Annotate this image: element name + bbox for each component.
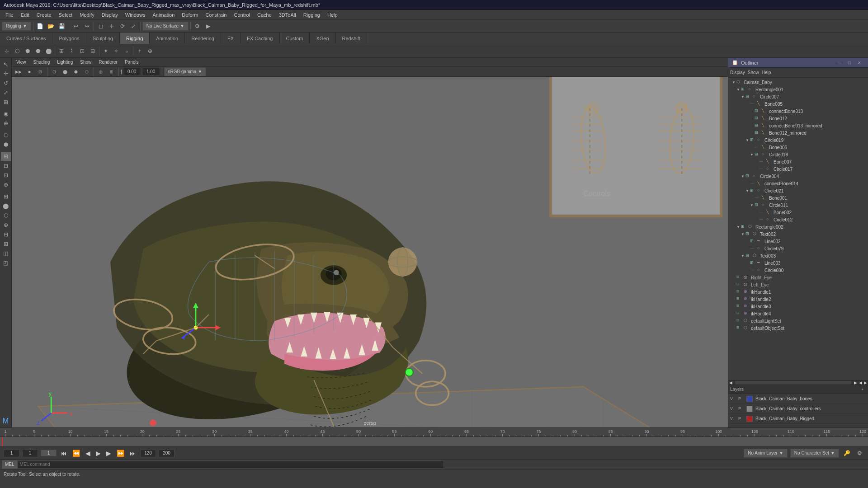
gamma-dropdown[interactable]: sRGB gamma ▼ — [164, 67, 207, 76]
vp-menu-lighting[interactable]: Lighting — [54, 59, 75, 65]
outliner-show-menu[interactable]: Show — [748, 70, 759, 75]
tree-item-circle004[interactable]: ▼ ⊞ ○ Circle004 — [728, 173, 868, 180]
menu-control[interactable]: Control — [230, 11, 253, 19]
menu-help[interactable]: Help — [324, 11, 341, 19]
layer-rigged-name[interactable]: Black_Caiman_Baby_Rigged — [755, 416, 814, 421]
plus-btn[interactable]: + — [135, 47, 145, 56]
tab-xgen[interactable]: XGen — [310, 33, 335, 44]
render-settings-btn[interactable]: ⚙ — [193, 22, 203, 31]
menu-file[interactable]: File — [2, 11, 17, 19]
frame-range-end[interactable] — [159, 449, 175, 457]
tab-rigging[interactable]: Rigging — [120, 33, 150, 44]
vp-wireframe2[interactable]: ⬡ — [82, 67, 92, 76]
workspace-dropdown[interactable]: Rigging ▼ — [2, 22, 31, 31]
cluster-left[interactable]: ⊞ — [1, 192, 11, 201]
tab-sculpting[interactable]: Sculpting — [86, 33, 120, 44]
tree-item-right-eye[interactable]: ⊟ ◎ Right_Eye — [728, 274, 868, 281]
tree-item-bone012[interactable]: ⊞ ╲ Bone012 — [728, 115, 868, 122]
scroll-extra2[interactable]: ▶ — [863, 380, 868, 385]
tree-item-circle021[interactable]: ▼ ⊞ ○ Circle021 — [728, 187, 868, 194]
tab-animation[interactable]: Animation — [150, 33, 185, 44]
live-surface-dropdown[interactable]: No Live Surface ▼ — [142, 22, 189, 31]
tree-item-circle012[interactable]: — ○ Circle012 — [728, 216, 868, 223]
rotate-tool[interactable]: ↺ — [1, 79, 11, 88]
outliner-hscroll-bar[interactable]: ◀ ▶ ◀ ▶ — [728, 380, 868, 385]
show-manip[interactable]: ⊕ — [1, 119, 11, 128]
snap-point-left[interactable]: ⊡ — [1, 171, 11, 180]
snap-curve-btn[interactable]: ⌇ — [67, 47, 77, 56]
snap-point-btn[interactable]: ⊡ — [77, 47, 87, 56]
symmetry-btn[interactable]: ⬤ — [43, 47, 53, 56]
tree-item-circle007[interactable]: ▼ ⊞ ○ Circle007 — [728, 93, 868, 100]
vp-grid[interactable]: ⊞ — [107, 67, 117, 76]
menu-modify[interactable]: Modify — [76, 11, 98, 19]
vp-textured[interactable]: ⬢ — [71, 67, 81, 76]
tree-item-ikhandle3[interactable]: ⊟ ⊕ ikHandle3 — [728, 303, 868, 310]
play-btn[interactable]: ▶ — [94, 450, 102, 457]
jump-start-btn[interactable]: ⏮ — [59, 450, 68, 457]
paint-select[interactable]: ⬢ — [1, 140, 11, 149]
paint-btn[interactable]: ⬢ — [23, 47, 33, 56]
menu-rigging[interactable]: Rigging — [300, 11, 324, 19]
frame-current-input[interactable] — [22, 449, 38, 457]
scale-btn[interactable]: ⤢ — [128, 22, 138, 31]
outliner-display-menu[interactable]: Display — [730, 70, 745, 75]
snap-grid-btn[interactable]: ⊞ — [57, 47, 66, 56]
tree-item-circle019[interactable]: ▼ ⊞ ○ Circle019 — [728, 136, 868, 144]
vp-icon2[interactable]: ■ — [24, 67, 34, 76]
layer-bones-name[interactable]: Black_Caiman_Baby_bones — [755, 396, 812, 401]
tab-curves-surfaces[interactable]: Curves / Surfaces — [0, 33, 52, 44]
outliner-hscroll-thumb[interactable] — [735, 381, 851, 385]
soft-select-btn[interactable]: ⬣ — [33, 47, 43, 56]
vp-menu-show[interactable]: Show — [77, 59, 94, 65]
jump-end-btn[interactable]: ⏭ — [128, 450, 137, 457]
scroll-right-btn[interactable]: ▶ — [853, 380, 858, 385]
render-btn[interactable]: ▶ — [203, 22, 213, 31]
move-btn[interactable]: ✛ — [107, 22, 117, 31]
control-btn[interactable]: ⬦ — [122, 47, 132, 56]
soft-mod[interactable]: ◉ — [1, 109, 11, 118]
menu-animation[interactable]: Animation — [149, 11, 178, 19]
vp-menu-view[interactable]: View — [14, 59, 29, 65]
vp-shaded[interactable]: ⬤ — [60, 67, 70, 76]
snap-grid-left[interactable]: ⊞ — [1, 152, 11, 161]
outliner-tree[interactable]: ▼ ⬡ Caiman_Baby ▼ ⊞ ○ Rectangle001 ▼ ⊞ ○… — [728, 78, 868, 380]
tab-fx-caching[interactable]: FX Caching — [241, 33, 279, 44]
next-frame-btn[interactable]: ▶ — [105, 450, 113, 457]
tree-item-ikhandle1[interactable]: ⊟ ⊕ ikHandle1 — [728, 288, 868, 296]
vp-num1[interactable] — [123, 68, 141, 76]
sculpt-left[interactable]: ⬤ — [1, 202, 11, 211]
vp-menu-shading[interactable]: Shading — [31, 59, 53, 65]
layer-ctrl-p[interactable]: P — [738, 406, 744, 412]
tree-item-bone007[interactable]: — ╲ Bone007 — [728, 158, 868, 165]
menu-3dtoall[interactable]: 3DToAll — [275, 11, 300, 19]
tree-item-line002[interactable]: ⊞ ━ Line002 — [728, 238, 868, 245]
outliner-minimize[interactable]: — — [835, 58, 844, 67]
vp-menu-renderer[interactable]: Renderer — [96, 59, 120, 65]
tree-item-left-eye[interactable]: ⊟ ◎ Left_Eye — [728, 281, 868, 288]
layer-ctrl-v[interactable]: V — [730, 406, 736, 412]
character-set-dropdown[interactable]: No Character Set ▼ — [790, 449, 839, 458]
extra5-left[interactable]: ◰ — [1, 258, 11, 267]
tree-item-ikhandle4[interactable]: ⊟ ⊕ ikHandle4 — [728, 310, 868, 317]
vp-num2[interactable] — [142, 68, 160, 76]
move-tool[interactable]: ✛ — [1, 69, 11, 78]
timeline-settings[interactable]: ⚙ — [854, 449, 864, 458]
deform-left[interactable]: ⬡ — [1, 211, 11, 220]
scene-area[interactable]: Controls x y z persp — [12, 77, 728, 427]
rotate-btn[interactable]: ⟳ — [118, 22, 127, 31]
snap-surface-left[interactable]: ⊕ — [1, 180, 11, 189]
tree-item-cb013-mirrored[interactable]: ⊞ ╲ connectBone013_mirrored — [728, 122, 868, 129]
vp-isolate[interactable]: ◎ — [96, 67, 106, 76]
select-btn[interactable]: ◻ — [96, 22, 106, 31]
tree-item-line003[interactable]: ⊞ ━ Line003 — [728, 259, 868, 267]
lasso-btn[interactable]: ⬡ — [12, 47, 22, 56]
mel-input[interactable] — [18, 460, 444, 469]
tree-item-rectangle001[interactable]: ▼ ⊞ ○ Rectangle001 — [728, 86, 868, 93]
tree-item-defaultobjectset[interactable]: ⊟ ⬡ defaultObjectSet — [728, 324, 868, 332]
tree-item-bone006[interactable]: — ╲ Bone006 — [728, 144, 868, 151]
tab-polygons[interactable]: Polygons — [52, 33, 86, 44]
extra-btn[interactable]: ⊕ — [145, 47, 155, 56]
menu-constrain[interactable]: Constrain — [202, 11, 230, 19]
menu-cache[interactable]: Cache — [254, 11, 275, 19]
